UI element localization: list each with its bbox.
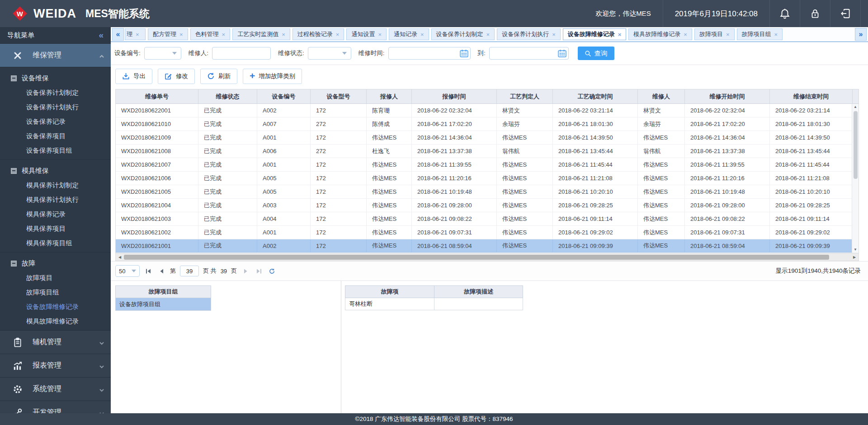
- column-header-维修人[interactable]: 维修人: [638, 89, 685, 103]
- repair-status-select[interactable]: [308, 47, 351, 60]
- sidebar-collapse-icon[interactable]: «: [99, 30, 104, 40]
- table-row[interactable]: WXD20180621003已完成A004172伟达MES2018-06-21 …: [116, 212, 859, 226]
- fault-item-row[interactable]: 哥林柱断: [345, 298, 868, 310]
- column-header-维修开始时间[interactable]: 维修开始时间: [685, 89, 770, 103]
- first-page-button[interactable]: [144, 266, 153, 276]
- fault-group-row[interactable]: 设备故障项目组: [115, 298, 211, 311]
- prev-page-button[interactable]: [157, 266, 166, 276]
- tab-close-icon[interactable]: ×: [179, 32, 183, 37]
- sidebar-item-设备保养项目组[interactable]: 设备保养项目组: [0, 143, 111, 158]
- tab-设备保养计划制定[interactable]: 设备保养计划制定×: [431, 28, 495, 40]
- sidebar-item-系统管理[interactable]: 系统管理: [0, 377, 111, 401]
- sidebar-item-模具保养记录[interactable]: 模具保养记录: [0, 207, 111, 221]
- tab-close-icon[interactable]: ×: [222, 32, 226, 37]
- sidebar-group-设备维保[interactable]: 设备维保: [0, 71, 111, 85]
- table-row[interactable]: WXD20180621005已完成A005172伟达MES2018-06-21 …: [116, 185, 859, 199]
- sidebar-item-设备保养记录[interactable]: 设备保养记录: [0, 114, 111, 129]
- tab-通知设置[interactable]: 通知设置×: [346, 28, 387, 40]
- table-row[interactable]: WXD20180621006已完成A005172伟达MES2018-06-21 …: [116, 172, 859, 185]
- tabs-scroll-left-button[interactable]: «: [112, 28, 124, 41]
- sidebar-group-模具维保[interactable]: 模具维保: [0, 163, 111, 178]
- tab-close-icon[interactable]: ×: [552, 32, 556, 37]
- device-no-select[interactable]: [144, 47, 181, 60]
- sidebar-group-故障[interactable]: 故障: [0, 256, 111, 271]
- tab-过程检验记录[interactable]: 过程检验记录×: [292, 28, 344, 40]
- tab-模具故障维修记录[interactable]: 模具故障维修记录×: [628, 28, 692, 40]
- tab-理[interactable]: 理×: [125, 28, 146, 40]
- tab-色料管理[interactable]: 色料管理×: [190, 28, 231, 40]
- tab-close-icon[interactable]: ×: [378, 32, 382, 37]
- sidebar-item-设备保养计划制定[interactable]: 设备保养计划制定: [0, 85, 111, 100]
- column-header-工艺判定人[interactable]: 工艺判定人: [497, 89, 553, 103]
- table-row[interactable]: WXD20180621008已完成A006272杜逸飞2018-06-21 13…: [116, 145, 859, 158]
- scroll-right-icon[interactable]: ▶: [852, 255, 857, 259]
- tab-close-icon[interactable]: ×: [136, 32, 139, 37]
- add-fault-type-button[interactable]: + 增加故障类别: [243, 69, 302, 84]
- tab-close-icon[interactable]: ×: [618, 32, 622, 37]
- table-row[interactable]: WXD20180621004已完成A003172伟达MES2018-06-21 …: [116, 199, 859, 212]
- sidebar-item-模具故障维修记录[interactable]: 模具故障维修记录: [0, 314, 111, 328]
- tab-通知记录[interactable]: 通知记录×: [389, 28, 429, 40]
- column-header-设备编号[interactable]: 设备编号: [257, 89, 311, 103]
- sidebar-item-设备保养项目[interactable]: 设备保养项目: [0, 129, 111, 143]
- scroll-up-icon[interactable]: ▲: [854, 104, 857, 110]
- tab-设备保养计划执行[interactable]: 设备保养计划执行×: [497, 28, 561, 40]
- page-size-select[interactable]: 50: [115, 265, 140, 277]
- horizontal-scrollbar[interactable]: ◀ ▶: [115, 253, 859, 261]
- export-button[interactable]: 导出: [115, 69, 152, 84]
- sidebar-item-模具保养项目[interactable]: 模具保养项目: [0, 221, 111, 236]
- tabs-scroll-right-button[interactable]: »: [855, 28, 867, 41]
- table-row[interactable]: WXD20180621009已完成A001172伟达MES2018-06-21 …: [116, 131, 859, 145]
- logout-button[interactable]: [830, 0, 860, 27]
- repair-time-from-field[interactable]: [388, 47, 471, 60]
- modify-button[interactable]: 修改: [158, 69, 195, 84]
- refresh-button[interactable]: 刷新: [200, 69, 237, 84]
- sidebar-item-模具保养计划执行[interactable]: 模具保养计划执行: [0, 192, 111, 207]
- notifications-button[interactable]: [770, 0, 800, 27]
- sidebar-item-设备故障维修记录[interactable]: 设备故障维修记录: [0, 299, 111, 314]
- tab-close-icon[interactable]: ×: [684, 32, 687, 37]
- fault-item-column-故障项描述[interactable]: 故障项描述: [434, 285, 523, 298]
- calendar-icon[interactable]: [460, 49, 468, 57]
- tab-故障项目组[interactable]: 故障项目组×: [737, 28, 783, 40]
- last-page-button[interactable]: [254, 266, 263, 276]
- tab-close-icon[interactable]: ×: [486, 32, 490, 37]
- tab-设备故障维修记录[interactable]: 设备故障维修记录×: [563, 28, 627, 40]
- sidebar-item-故障项目[interactable]: 故障项目: [0, 271, 111, 285]
- scroll-down-icon[interactable]: ▼: [854, 247, 857, 253]
- repair-time-to-field[interactable]: [489, 47, 569, 60]
- sidebar-item-维保管理[interactable]: 维保管理: [0, 43, 111, 67]
- fault-item-column-故障项[interactable]: 故障项: [345, 285, 434, 298]
- page-number-input[interactable]: [180, 266, 199, 276]
- table-row[interactable]: WXD20180621001已完成A002172伟达MES2018-06-21 …: [116, 239, 859, 253]
- reload-page-button[interactable]: [267, 266, 276, 276]
- sidebar-item-模具保养计划制定[interactable]: 模具保养计划制定: [0, 178, 111, 192]
- sidebar-item-开发管理[interactable]: 开发管理: [0, 401, 111, 413]
- collapse-minus-icon[interactable]: [11, 261, 17, 266]
- sidebar-item-辅机管理[interactable]: 辅机管理: [0, 330, 111, 354]
- sidebar-item-设备保养计划执行[interactable]: 设备保养计划执行: [0, 100, 111, 114]
- column-header-工艺确定时间[interactable]: 工艺确定时间: [553, 89, 638, 103]
- tab-工艺实时监测值[interactable]: 工艺实时监测值×: [232, 28, 290, 40]
- sidebar-item-报表管理[interactable]: 报表管理: [0, 354, 111, 377]
- tab-close-icon[interactable]: ×: [420, 32, 424, 37]
- column-header-维修状态[interactable]: 维修状态: [198, 89, 257, 103]
- tab-close-icon[interactable]: ×: [282, 32, 285, 37]
- table-row[interactable]: WXD20180621010已完成A007272陈傅成2018-06-21 17…: [116, 117, 859, 131]
- lock-screen-button[interactable]: [800, 0, 830, 27]
- column-header-报修人[interactable]: 报修人: [367, 89, 412, 103]
- column-header-设备型号[interactable]: 设备型号: [311, 89, 367, 103]
- repairer-input[interactable]: [212, 47, 271, 60]
- vertical-scrollbar-thumb[interactable]: [854, 111, 858, 179]
- search-button[interactable]: 查询: [578, 47, 614, 60]
- sidebar-item-故障项目组[interactable]: 故障项目组: [0, 285, 111, 299]
- tab-close-icon[interactable]: ×: [726, 32, 730, 37]
- table-row[interactable]: WXD20180622001已完成A002172陈育珊2018-06-22 02…: [116, 104, 859, 117]
- column-header-维修单号[interactable]: 维修单号: [116, 89, 198, 103]
- vertical-scrollbar[interactable]: ▲ ▼: [852, 104, 859, 253]
- table-row[interactable]: WXD20180621002已完成A001172伟达MES2018-06-21 …: [116, 226, 859, 239]
- tab-配方管理[interactable]: 配方管理×: [148, 28, 188, 40]
- collapse-minus-icon[interactable]: [11, 168, 17, 174]
- collapse-minus-icon[interactable]: [11, 75, 17, 81]
- tab-close-icon[interactable]: ×: [336, 32, 340, 37]
